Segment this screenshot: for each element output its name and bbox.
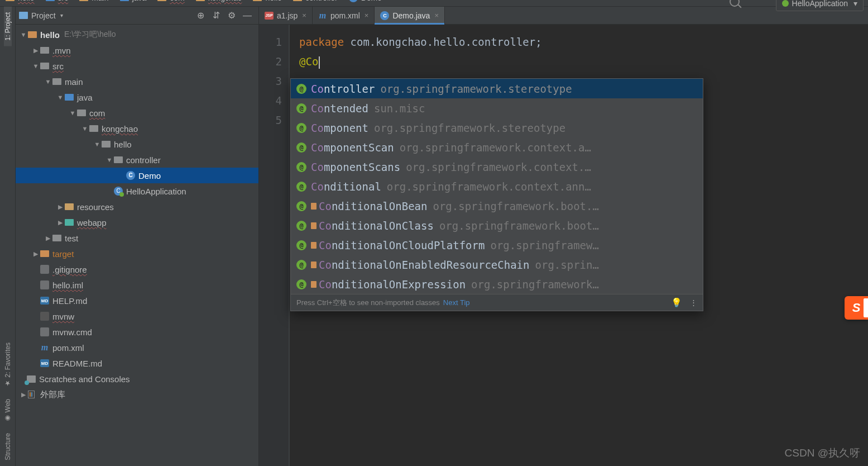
tree-root[interactable]: ▼helloE:\学习吧\hello bbox=[16, 27, 258, 42]
tree-pom[interactable]: pom.xml bbox=[16, 340, 258, 355]
tree-webapp[interactable]: ▶webapp bbox=[16, 215, 258, 230]
annotation-icon bbox=[296, 142, 306, 153]
completion-item[interactable]: ConditionalOnEnabledResourceChainorg.spr… bbox=[291, 255, 703, 274]
tree-hello-app[interactable]: HelloApplication bbox=[16, 183, 258, 199]
tool-structure[interactable]: Structure bbox=[4, 427, 12, 466]
bulb-icon[interactable]: 💡 bbox=[671, 297, 682, 308]
completion-next-tip[interactable]: Next Tip bbox=[443, 298, 470, 307]
annotation-icon bbox=[296, 260, 306, 270]
tool-project[interactable]: 1: Project bbox=[4, 7, 12, 46]
search-icon[interactable] bbox=[730, 0, 740, 7]
resources-folder-icon bbox=[65, 203, 74, 210]
completion-package: sun.misc bbox=[374, 102, 697, 115]
project-header-title: Project bbox=[31, 11, 56, 20]
completion-package: org.springframework.context.a… bbox=[400, 141, 697, 154]
tree-scratches[interactable]: Scratches and Consoles bbox=[16, 371, 258, 387]
library-icon bbox=[28, 391, 35, 398]
completion-name: ComponentScans bbox=[311, 161, 400, 173]
completion-popup[interactable]: Controllerorg.springframework.stereotype… bbox=[290, 78, 703, 311]
tool-favorites[interactable]: ★ 2: Favorites bbox=[4, 337, 12, 393]
tab-pom-xml[interactable]: pom.xml× bbox=[313, 7, 375, 24]
conditional-overlay-icon bbox=[311, 203, 316, 210]
tree-target[interactable]: ▶target bbox=[16, 246, 258, 261]
completion-item[interactable]: Controllerorg.springframework.stereotype bbox=[291, 79, 703, 98]
tab-a1-jsp[interactable]: a1.jsp× bbox=[259, 7, 313, 24]
pkg-name: com.kongchao.hello.controller; bbox=[344, 36, 542, 48]
scratches-icon bbox=[27, 375, 36, 383]
expand-all-icon[interactable]: ⇵ bbox=[210, 10, 222, 21]
breadcrumb-controller[interactable]: controller bbox=[290, 0, 341, 6]
breadcrumb-demo[interactable]: CDemo bbox=[346, 0, 385, 6]
tree-mvnwcmd[interactable]: mvnw.cmd bbox=[16, 324, 258, 340]
tree-java[interactable]: ▼java bbox=[16, 89, 258, 105]
annotation-icon bbox=[296, 123, 306, 133]
breadcrumb-src[interactable]: src bbox=[42, 0, 72, 6]
tree-controller[interactable]: ▼controller bbox=[16, 152, 258, 168]
tree-helpmd[interactable]: HELP.md bbox=[16, 293, 258, 308]
file-icon bbox=[40, 280, 49, 289]
annotation-icon bbox=[296, 201, 306, 211]
breadcrumb-hello2[interactable]: hello bbox=[250, 0, 285, 6]
completion-item[interactable]: ConditionalOnExpressionorg.springframewo… bbox=[291, 274, 703, 294]
breadcrumb-com[interactable]: com bbox=[154, 0, 188, 6]
tree-com[interactable]: ▼com bbox=[16, 105, 258, 121]
breadcrumb-main[interactable]: main bbox=[76, 0, 112, 6]
completion-item[interactable]: Conditionalorg.springframework.context.a… bbox=[291, 177, 703, 196]
breadcrumb-kongchao[interactable]: kongchao bbox=[193, 0, 246, 6]
tab-label: a1.jsp bbox=[277, 11, 298, 20]
close-icon[interactable]: × bbox=[434, 11, 439, 20]
completion-item[interactable]: ComponentScansorg.springframework.contex… bbox=[291, 157, 703, 177]
breadcrumb-hello[interactable]: hello bbox=[2, 0, 38, 6]
tab-Demo-java[interactable]: Demo.java× bbox=[375, 7, 445, 24]
tree-hello[interactable]: ▼hello bbox=[16, 136, 258, 152]
file-type-icon bbox=[265, 12, 274, 20]
folder-icon bbox=[52, 235, 61, 241]
tree-src[interactable]: ▼src bbox=[16, 58, 258, 74]
tree-kongchao[interactable]: ▼kongchao bbox=[16, 121, 258, 136]
completion-package: org.springframework.context.… bbox=[406, 161, 697, 173]
completion-name: ConditionalOnEnabledResourceChain bbox=[319, 259, 530, 271]
tool-web[interactable]: ◉ Web bbox=[4, 393, 12, 428]
annotation-icon bbox=[296, 279, 306, 289]
text-caret bbox=[319, 56, 320, 69]
hide-panel-icon[interactable]: — bbox=[242, 11, 253, 21]
completion-item[interactable]: ConditionalOnCloudPlatformorg.springfram… bbox=[291, 235, 703, 255]
folder-icon bbox=[28, 31, 37, 38]
breadcrumb-java[interactable]: java bbox=[117, 0, 150, 6]
close-icon[interactable]: × bbox=[365, 11, 369, 20]
tree-main[interactable]: ▼main bbox=[16, 74, 258, 89]
conditional-overlay-icon bbox=[311, 222, 316, 229]
completion-name: ConditionalOnClass bbox=[319, 220, 434, 232]
tree-mvnw[interactable]: mvnw bbox=[16, 308, 258, 324]
completion-item[interactable]: Contendedsun.misc bbox=[291, 98, 703, 118]
tree-demo[interactable]: Demo bbox=[16, 168, 258, 183]
close-icon[interactable]: × bbox=[302, 11, 306, 20]
completion-item[interactable]: Componentorg.springframework.stereotype bbox=[291, 118, 703, 137]
sogou-ime-icon[interactable]: S bbox=[845, 296, 868, 320]
tab-label: pom.xml bbox=[330, 11, 360, 20]
completion-item[interactable]: ConditionalOnClassorg.springframework.bo… bbox=[291, 216, 703, 235]
gutter: 12345 bbox=[259, 25, 289, 466]
file-type-icon bbox=[318, 12, 327, 20]
more-icon[interactable]: ⋮ bbox=[690, 298, 697, 307]
annotation-icon bbox=[296, 162, 306, 172]
spring-boot-icon bbox=[782, 0, 789, 7]
project-view-dropdown[interactable]: Project ▾ bbox=[19, 11, 63, 20]
completion-item[interactable]: ComponentScanorg.springframework.context… bbox=[291, 137, 703, 157]
run-config-dropdown[interactable]: HelloApplication ▾ bbox=[776, 0, 864, 11]
tree-resources[interactable]: ▶resources bbox=[16, 199, 258, 215]
conditional-overlay-icon bbox=[311, 281, 316, 288]
tree-helloiml[interactable]: hello.iml bbox=[16, 277, 258, 293]
project-tree[interactable]: ▼helloE:\学习吧\hello ▶.mvn ▼src ▼main ▼jav… bbox=[16, 25, 258, 466]
tree-external-libraries[interactable]: ▶外部库 bbox=[16, 387, 258, 402]
locate-icon[interactable]: ⊕ bbox=[195, 10, 206, 21]
tree-readme[interactable]: README.md bbox=[16, 355, 258, 371]
conditional-overlay-icon bbox=[311, 261, 316, 268]
folder-icon bbox=[40, 63, 49, 69]
completion-item[interactable]: ConditionalOnBeanorg.springframework.boo… bbox=[291, 196, 703, 216]
completion-name: ConditionalOnBean bbox=[319, 200, 427, 212]
tree-test[interactable]: ▶test bbox=[16, 230, 258, 246]
settings-icon[interactable]: ⚙ bbox=[226, 10, 237, 21]
tree-gitignore[interactable]: .gitignore bbox=[16, 261, 258, 277]
tree-mvn[interactable]: ▶.mvn bbox=[16, 42, 258, 58]
